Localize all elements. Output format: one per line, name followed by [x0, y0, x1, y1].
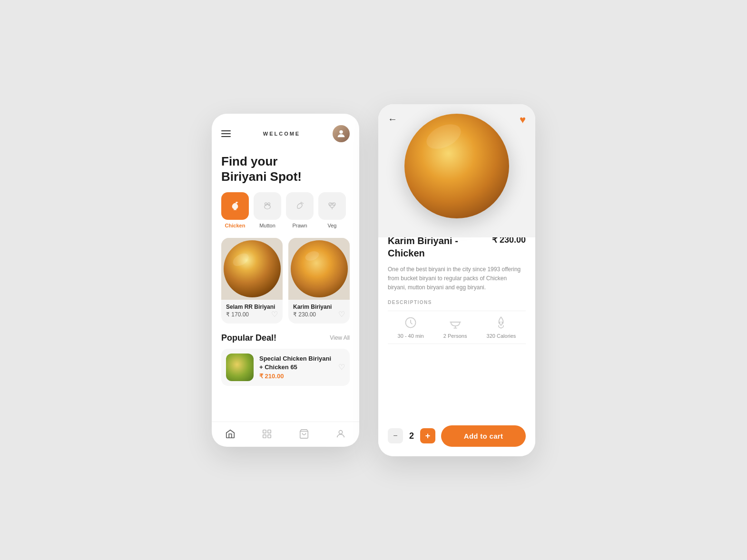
detail-time-label: 30 - 40 min — [398, 333, 424, 339]
popular-title: Popular Deal! — [221, 333, 276, 343]
nav-cart[interactable] — [285, 429, 323, 439]
dish-image — [404, 114, 509, 218]
svg-rect-11 — [268, 434, 271, 437]
category-veg-icon-box[interactable] — [318, 192, 346, 220]
svg-point-2 — [265, 204, 270, 208]
cart-icon — [299, 429, 309, 439]
screen-left: WELCOME Find your Biriyani Spot! — [212, 114, 359, 447]
left-header: WELCOME — [212, 114, 359, 150]
food-card-1-heart-icon[interactable]: ♡ — [271, 310, 278, 319]
detail-calories-label: 320 Calories — [487, 333, 516, 339]
deal-name: Special Chicken Biriyani + Chicken 65 — [259, 354, 333, 372]
detail-calories: 320 Calories — [487, 316, 516, 339]
svg-rect-9 — [268, 430, 271, 432]
nav-profile[interactable] — [323, 429, 360, 439]
nav-home[interactable] — [212, 429, 249, 439]
profile-icon — [335, 429, 346, 439]
food-card-1[interactable]: ♡ Selam RR Biriyani ₹ 170.00 — [221, 238, 283, 324]
food-card-2-heart-icon[interactable]: ♡ — [338, 310, 345, 319]
food-card-2[interactable]: ♡ Karim Biriyani ₹ 230.00 — [288, 238, 350, 324]
svg-rect-8 — [263, 430, 266, 432]
nav-grid[interactable] — [249, 429, 286, 439]
deal-info: Special Chicken Biriyani + Chicken 65 ₹ … — [259, 354, 333, 380]
add-to-cart-button[interactable]: Add to cart — [441, 425, 526, 447]
home-icon — [225, 429, 236, 439]
category-mutton[interactable]: Mutton — [254, 192, 281, 228]
bottom-nav — [212, 422, 359, 447]
quantity-value: 2 — [407, 431, 416, 441]
dish-image-area: ← ♥ — [378, 104, 535, 237]
deal-price: ₹ 210.00 — [259, 373, 333, 380]
category-prawn-label: Prawn — [292, 223, 307, 228]
svg-rect-10 — [263, 434, 266, 437]
category-prawn[interactable]: Prawn — [286, 192, 314, 228]
popular-section: Popular Deal! View All Special Chicken B… — [212, 333, 359, 393]
detail-persons: 2 Persons — [443, 316, 467, 339]
category-chicken-label: Chicken — [225, 223, 246, 228]
quantity-control: − 2 + — [388, 428, 435, 443]
food-card-2-image — [288, 238, 350, 300]
avatar-image — [333, 125, 350, 142]
header-title: WELCOME — [263, 131, 300, 137]
category-mutton-icon-box[interactable] — [254, 192, 281, 220]
svg-point-0 — [339, 130, 343, 133]
category-veg-label: Veg — [328, 223, 337, 228]
detail-persons-label: 2 Persons — [443, 333, 467, 339]
hero-section: Find your Biriyani Spot! — [212, 150, 359, 192]
quantity-decrease-button[interactable]: − — [388, 428, 403, 443]
dish-name: Karim Biriyani - Chicken — [388, 235, 464, 259]
category-prawn-icon-box[interactable] — [286, 192, 314, 220]
hero-title: Find your Biriyani Spot! — [221, 154, 350, 185]
menu-icon[interactable] — [221, 130, 231, 137]
category-chicken-icon-box[interactable] — [221, 192, 249, 220]
deal-heart-icon[interactable]: ♡ — [338, 363, 345, 372]
svg-point-5 — [330, 203, 334, 207]
popular-header: Popular Deal! View All — [221, 333, 350, 343]
screen-right: ← ♥ Karim Biriyani - Chicken ₹ 230.00 On… — [378, 104, 535, 456]
dish-details-row: 30 - 40 min 2 Persons 320 Calories — [388, 311, 526, 344]
food-card-1-image — [221, 238, 283, 300]
dish-title-row: Karim Biriyani - Chicken ₹ 230.00 — [388, 235, 526, 259]
deal-image — [226, 354, 254, 381]
detail-time: 30 - 40 min — [398, 316, 424, 339]
deal-card-1[interactable]: Special Chicken Biriyani + Chicken 65 ₹ … — [221, 349, 350, 386]
flame-icon — [494, 316, 508, 329]
bottom-action-bar: − 2 + Add to cart — [388, 422, 526, 447]
dish-description: One of the best biryani in the city sinc… — [388, 265, 526, 293]
quantity-increase-button[interactable]: + — [420, 428, 435, 443]
bowl-icon — [449, 316, 462, 329]
food-cards: ♡ Selam RR Biriyani ₹ 170.00 ♡ Karim Bir… — [212, 238, 359, 333]
category-veg[interactable]: Veg — [318, 192, 346, 228]
category-chicken[interactable]: Chicken — [221, 192, 249, 228]
categories: Chicken Mutton — [212, 192, 359, 238]
clock-icon — [404, 316, 417, 329]
view-all-button[interactable]: View All — [330, 334, 350, 341]
grid-icon — [262, 429, 272, 439]
screens-container: WELCOME Find your Biriyani Spot! — [212, 104, 535, 456]
avatar[interactable] — [333, 125, 350, 142]
back-button[interactable]: ← — [388, 114, 397, 125]
descriptions-label: DESCRIPTIONS — [388, 300, 526, 305]
svg-point-13 — [339, 430, 343, 433]
favorite-button[interactable]: ♥ — [520, 114, 526, 126]
dish-content: Karim Biriyani - Chicken ₹ 230.00 One of… — [378, 223, 535, 456]
category-mutton-label: Mutton — [259, 223, 275, 228]
